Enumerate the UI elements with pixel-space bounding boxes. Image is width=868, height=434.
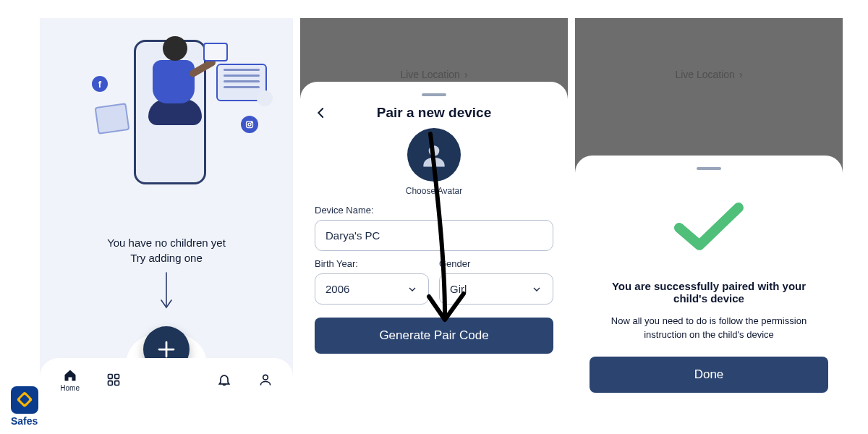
success-check-icon: [669, 197, 749, 258]
bottom-tabbar: Home: [40, 358, 293, 401]
screen-pair-device: Live Location› Pair a new device Choose …: [300, 18, 568, 401]
chevron-left-icon: [315, 106, 328, 119]
hero-illustration: f: [40, 18, 293, 192]
tab-home-label: Home: [60, 384, 80, 392]
grid-icon: [106, 373, 121, 387]
app-name: Safes: [11, 415, 38, 427]
tab-profile[interactable]: [258, 373, 273, 387]
gender-value: Girl: [450, 283, 467, 295]
success-subtext: Now all you need to do is follow the per…: [590, 315, 828, 342]
svg-rect-8: [108, 381, 112, 386]
sheet-title: Pair a new device: [377, 105, 491, 121]
empty-state-title: You have no children yet: [40, 235, 293, 250]
app-badge: Safes: [11, 386, 38, 427]
chevron-down-icon: [407, 284, 418, 295]
chevron-down-icon: [531, 284, 542, 295]
photo-icon: [95, 103, 130, 135]
speech-bubble-icon: [203, 43, 228, 61]
home-icon: [63, 368, 77, 383]
star-badge-icon: [257, 90, 273, 106]
arrow-down-icon: [160, 271, 173, 313]
gender-select[interactable]: Girl: [439, 273, 553, 305]
birth-year-select[interactable]: 2006: [315, 273, 429, 305]
svg-rect-6: [108, 375, 112, 379]
svg-point-11: [429, 145, 440, 156]
live-location-pill: Live Location›: [400, 69, 467, 80]
facebook-icon: f: [92, 76, 108, 92]
live-location-pill: Live Location›: [675, 69, 742, 80]
dimmed-background: Live Location›: [575, 18, 843, 105]
svg-point-2: [251, 122, 252, 123]
empty-state-text: You have no children yet Try adding one: [40, 235, 293, 265]
profile-icon: [258, 373, 273, 387]
choose-avatar[interactable]: Choose Avatar: [315, 128, 553, 196]
gender-label: Gender: [439, 258, 553, 269]
pair-sheet: Pair a new device Choose Avatar Device N…: [300, 82, 568, 401]
tab-grid[interactable]: [106, 373, 121, 387]
choose-avatar-label: Choose Avatar: [406, 186, 463, 196]
tab-home[interactable]: Home: [60, 368, 80, 392]
success-sheet: You are successfully paired with your ch…: [575, 156, 843, 401]
generate-pair-code-button[interactable]: Generate Pair Code: [315, 318, 553, 354]
birth-year-label: Birth Year:: [315, 258, 429, 269]
device-name-label: Device Name:: [315, 205, 553, 216]
bell-icon: [217, 373, 231, 387]
sheet-drag-handle[interactable]: [697, 167, 721, 170]
success-heading: You are successfully paired with your ch…: [590, 280, 828, 305]
app-logo-icon: [11, 386, 38, 414]
svg-rect-7: [114, 375, 119, 379]
device-name-input[interactable]: [315, 220, 553, 251]
tab-notifications[interactable]: [217, 373, 231, 387]
sheet-drag-handle[interactable]: [422, 93, 446, 96]
screen-success: Live Location› You are successfully pair…: [575, 18, 843, 401]
instagram-icon: [241, 116, 258, 133]
svg-point-1: [248, 123, 251, 126]
svg-rect-9: [114, 381, 119, 386]
birth-year-value: 2006: [326, 283, 349, 295]
back-button[interactable]: [315, 106, 328, 122]
avatar-placeholder-icon: [407, 128, 461, 182]
empty-state-subtitle: Try adding one: [40, 250, 293, 265]
done-button[interactable]: Done: [590, 357, 828, 393]
screen-home: f You have no children yet Try adding on…: [40, 18, 293, 401]
svg-point-10: [263, 375, 268, 380]
